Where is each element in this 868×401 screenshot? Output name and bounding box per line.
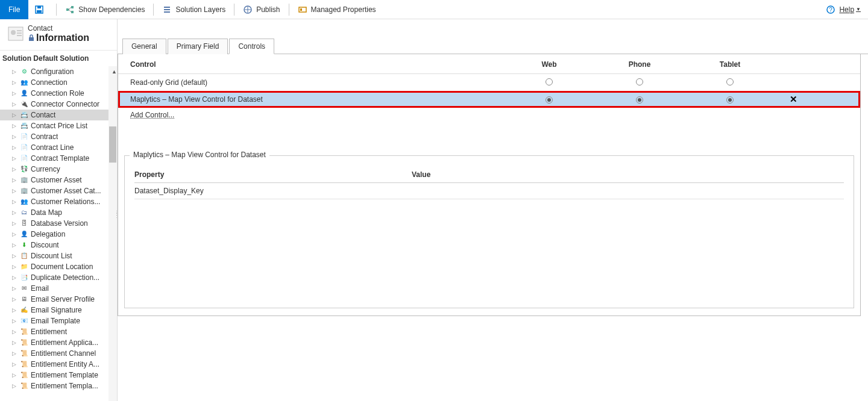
- sidebar-item-configuration[interactable]: ▷⚙Configuration: [0, 66, 108, 77]
- radio-button[interactable]: [546, 78, 553, 85]
- sidebar-item-entitlement-channel[interactable]: ▷📜Entitlement Channel: [0, 348, 108, 359]
- sidebar-item-email-template[interactable]: ▷📧Email Template: [0, 316, 108, 326]
- managed-properties-button[interactable]: Managed Properties: [292, 0, 382, 19]
- entity-icon: ⬇: [19, 241, 29, 249]
- tab-controls[interactable]: Controls: [229, 39, 274, 54]
- tab-primary-field[interactable]: Primary Field: [168, 39, 228, 54]
- scrollbar-thumb[interactable]: [109, 126, 116, 163]
- scrollbar-track[interactable]: [108, 66, 117, 401]
- expand-arrow-icon[interactable]: ▷: [12, 210, 17, 216]
- expand-arrow-icon[interactable]: ▷: [12, 372, 17, 378]
- show-dependencies-label: Show Dependencies: [78, 5, 145, 14]
- radio-button[interactable]: [636, 96, 643, 104]
- separator: [56, 4, 57, 16]
- expand-arrow-icon[interactable]: ▷: [12, 90, 17, 96]
- expand-arrow-icon[interactable]: ▷: [12, 275, 17, 281]
- property-row[interactable]: Dataset_Display_Key: [134, 183, 844, 199]
- expand-arrow-icon[interactable]: ▷: [12, 361, 17, 367]
- solution-layers-button[interactable]: Solution Layers: [156, 0, 231, 19]
- sidebar-item-label: Customer Asset: [31, 176, 82, 184]
- expand-arrow-icon[interactable]: ▷: [12, 329, 17, 335]
- sidebar-item-customer-relations-[interactable]: ▷👥Customer Relations...: [0, 196, 108, 207]
- expand-arrow-icon[interactable]: ▷: [12, 383, 17, 389]
- expand-arrow-icon[interactable]: ▷: [12, 253, 17, 259]
- expand-arrow-icon[interactable]: ▷: [12, 134, 17, 140]
- tab-general[interactable]: General: [122, 39, 166, 54]
- expand-arrow-icon[interactable]: ▷: [12, 199, 17, 205]
- control-row[interactable]: Maplytics – Map View Control for Dataset…: [118, 91, 860, 108]
- sidebar-item-customer-asset-cat-[interactable]: ▷🏢Customer Asset Cat...: [0, 185, 108, 196]
- expand-arrow-icon[interactable]: ▷: [12, 242, 17, 248]
- sidebar-item-email-signature[interactable]: ▷✍Email Signature: [0, 305, 108, 316]
- publish-button[interactable]: Publish: [237, 0, 286, 19]
- svg-rect-18: [17, 30, 22, 31]
- sidebar-item-contact-price-list[interactable]: ▷📇Contact Price List: [0, 120, 108, 131]
- sidebar-item-document-location[interactable]: ▷📁Document Location: [0, 261, 108, 272]
- expand-arrow-icon[interactable]: ▷: [12, 155, 17, 161]
- sidebar-item-entitlement[interactable]: ▷📜Entitlement: [0, 326, 108, 337]
- sidebar-item-customer-asset[interactable]: ▷🏢Customer Asset: [0, 175, 108, 185]
- radio-button[interactable]: [546, 96, 553, 104]
- radio-button[interactable]: [726, 78, 734, 85]
- radio-button[interactable]: [636, 78, 643, 85]
- property-name: Dataset_Display_Key: [134, 187, 412, 195]
- svg-rect-20: [17, 35, 22, 36]
- expand-arrow-icon[interactable]: ▷: [12, 231, 17, 237]
- sidebar-item-database-version[interactable]: ▷🗄Database Version: [0, 218, 108, 229]
- sidebar-item-discount-list[interactable]: ▷📋Discount List: [0, 250, 108, 261]
- sidebar-item-connection-role[interactable]: ▷👤Connection Role: [0, 88, 108, 99]
- expand-arrow-icon[interactable]: ▷: [12, 69, 17, 75]
- expand-arrow-icon[interactable]: ▷: [12, 318, 17, 324]
- sidebar-item-email-server-profile[interactable]: ▷🖥Email Server Profile: [0, 294, 108, 305]
- control-row[interactable]: Read-only Grid (default): [118, 74, 860, 91]
- sidebar-item-email[interactable]: ▷✉Email: [0, 283, 108, 294]
- expand-arrow-icon[interactable]: ▷: [12, 350, 17, 356]
- sidebar-item-label: Contact Price List: [31, 122, 87, 130]
- sidebar-item-entitlement-templa-[interactable]: ▷📜Entitlement Templa...: [0, 381, 108, 391]
- sidebar-item-label: Entitlement Applica...: [31, 338, 98, 347]
- sidebar-item-delegation[interactable]: ▷👤Delegation: [0, 229, 108, 240]
- expand-arrow-icon[interactable]: ▷: [12, 123, 17, 129]
- file-button[interactable]: File: [0, 0, 28, 19]
- sidebar-item-currency[interactable]: ▷💱Currency: [0, 164, 108, 175]
- show-dependencies-button[interactable]: Show Dependencies: [59, 0, 151, 19]
- sidebar-item-data-map[interactable]: ▷🗂Data Map: [0, 207, 108, 218]
- sidebar-item-contract-line[interactable]: ▷📄Contract Line: [0, 142, 108, 153]
- sidebar-item-entitlement-applica-[interactable]: ▷📜Entitlement Applica...: [0, 337, 108, 348]
- expand-arrow-icon[interactable]: ▷: [12, 188, 17, 194]
- expand-arrow-icon[interactable]: ▷: [12, 166, 17, 172]
- expand-arrow-icon[interactable]: ▷: [12, 101, 17, 107]
- delete-icon[interactable]: ✕: [790, 94, 797, 104]
- sidebar-item-entitlement-entity-a-[interactable]: ▷📜Entitlement Entity A...: [0, 359, 108, 370]
- expand-arrow-icon[interactable]: ▷: [12, 264, 17, 270]
- sidebar-item-label: Connector Connector: [31, 100, 99, 108]
- expand-arrow-icon[interactable]: ▷: [12, 307, 17, 313]
- expand-arrow-icon[interactable]: ▷: [12, 112, 17, 118]
- svg-rect-21: [29, 37, 34, 41]
- expand-arrow-icon[interactable]: ▷: [12, 177, 17, 183]
- sidebar-item-connector-connector[interactable]: ▷🔌Connector Connector: [0, 99, 108, 110]
- publish-icon: [243, 5, 253, 14]
- sidebar-item-entitlement-template[interactable]: ▷📜Entitlement Template: [0, 370, 108, 381]
- expand-arrow-icon[interactable]: ▷: [12, 340, 17, 346]
- property-value: [412, 187, 844, 195]
- resizer-handle[interactable]: ⋮⋮: [114, 212, 118, 217]
- save-button[interactable]: [28, 0, 54, 19]
- radio-button[interactable]: [726, 96, 734, 104]
- add-control-link[interactable]: Add Control...: [130, 111, 174, 119]
- sidebar-item-contract[interactable]: ▷📄Contract: [0, 131, 108, 142]
- sidebar-item-discount[interactable]: ▷⬇Discount: [0, 240, 108, 250]
- expand-arrow-icon[interactable]: ▷: [12, 145, 17, 151]
- collapse-arrow-icon[interactable]: ▲: [112, 69, 117, 75]
- entity-tree: ▷⚙Configuration▷👥Connection▷👤Connection …: [0, 66, 108, 401]
- sidebar-item-contact[interactable]: ▷📇Contact: [0, 110, 108, 120]
- expand-arrow-icon[interactable]: ▷: [12, 220, 17, 226]
- sidebar-item-label: Discount: [31, 241, 59, 249]
- sidebar-item-connection[interactable]: ▷👥Connection: [0, 77, 108, 88]
- expand-arrow-icon[interactable]: ▷: [12, 79, 17, 85]
- expand-arrow-icon[interactable]: ▷: [12, 296, 17, 302]
- sidebar-item-contract-template[interactable]: ▷📄Contract Template: [0, 153, 108, 164]
- sidebar-item-duplicate-detection-[interactable]: ▷📑Duplicate Detection...: [0, 272, 108, 283]
- expand-arrow-icon[interactable]: ▷: [12, 285, 17, 291]
- help-button[interactable]: ? Help ▼: [819, 5, 868, 14]
